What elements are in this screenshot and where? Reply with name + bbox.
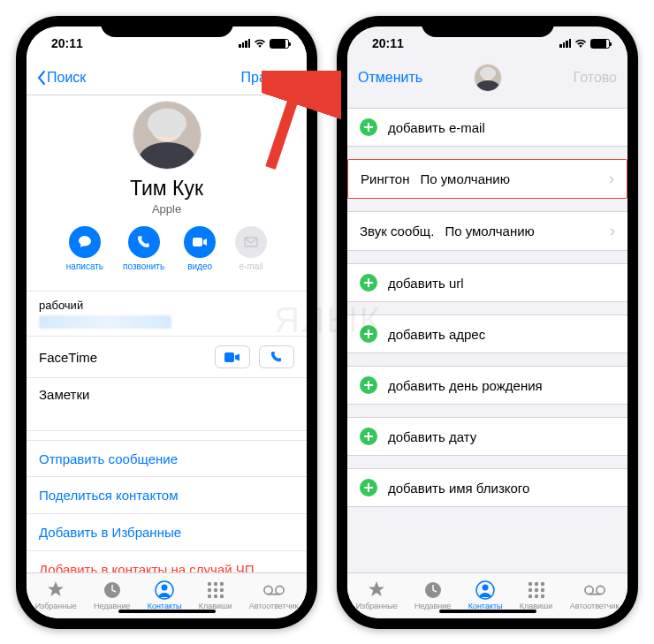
tab-favorites[interactable]: Избранные	[35, 580, 77, 610]
notes-cell[interactable]: Заметки	[27, 378, 307, 431]
voicemail-icon	[584, 580, 605, 600]
text-tone-value: По умолчанию	[445, 224, 599, 239]
svg-point-25	[528, 587, 531, 591]
add-related-row[interactable]: добавить имя близкого	[347, 469, 627, 506]
message-icon	[77, 234, 93, 250]
tab-recents[interactable]: Недавние	[94, 580, 130, 610]
cellular-icon	[559, 39, 571, 48]
edit-button[interactable]: Править	[241, 70, 296, 86]
plus-icon	[360, 428, 377, 445]
phone-icon	[270, 351, 283, 363]
svg-point-27	[540, 587, 544, 591]
tab-recents[interactable]: Недавние	[414, 580, 451, 610]
facetime-label: FaceTime	[39, 350, 97, 365]
svg-point-22	[528, 581, 531, 585]
back-button[interactable]: Поиск	[37, 70, 86, 86]
svg-point-21	[483, 584, 489, 590]
done-button[interactable]: Готово	[574, 70, 617, 86]
plus-icon	[360, 376, 377, 394]
svg-point-5	[162, 584, 168, 590]
tab-contacts[interactable]: Контакты	[468, 580, 503, 610]
contact-avatar[interactable]	[133, 101, 202, 170]
contact-company: Apple	[27, 202, 307, 216]
video-icon	[192, 237, 208, 247]
call-action[interactable]: позвонить	[123, 226, 164, 271]
tab-keypad[interactable]: Клавиши	[199, 580, 232, 610]
back-label: Поиск	[47, 70, 86, 86]
svg-point-29	[534, 594, 537, 597]
message-label: написать	[66, 261, 103, 271]
nav-bar: Поиск Править	[27, 60, 307, 95]
phone-cell[interactable]: рабочий	[27, 291, 307, 337]
plus-icon	[360, 325, 377, 343]
contact-name: Тим Кук	[27, 177, 307, 201]
svg-point-8	[219, 581, 223, 585]
chevron-left-icon	[37, 71, 45, 85]
wifi-icon	[574, 39, 587, 49]
tab-voicemail[interactable]: Автоответчик	[249, 580, 299, 610]
text-tone-row[interactable]: Звук сообщ. По умолчанию ›	[347, 212, 627, 250]
battery-icon	[270, 39, 289, 49]
svg-point-9	[207, 587, 210, 591]
message-action[interactable]: написать	[66, 226, 103, 271]
svg-point-13	[213, 594, 217, 597]
cancel-button[interactable]: Отменить	[358, 70, 422, 86]
add-address-row[interactable]: добавить адрес	[347, 315, 627, 352]
add-favorite-button[interactable]: Добавить в Избранные	[27, 514, 307, 551]
star-icon	[45, 580, 66, 600]
keypad-icon	[205, 580, 226, 600]
contact-icon	[154, 580, 175, 600]
email-label: e-mail	[240, 261, 263, 271]
text-tone-key: Звук сообщ.	[360, 224, 434, 239]
tab-keypad[interactable]: Клавиши	[520, 580, 553, 610]
svg-point-24	[540, 581, 544, 585]
svg-rect-0	[193, 238, 202, 246]
add-url-row[interactable]: добавить url	[347, 264, 627, 301]
plus-icon	[360, 479, 377, 496]
facetime-audio-button[interactable]	[259, 345, 294, 368]
phone-number-blurred	[39, 315, 171, 329]
add-emergency-button[interactable]: Добавить в контакты на случай ЧП	[27, 551, 307, 572]
star-icon	[366, 580, 387, 600]
email-icon	[244, 237, 258, 247]
svg-point-11	[219, 587, 223, 591]
tab-favorites[interactable]: Избранные	[356, 580, 398, 610]
svg-point-10	[213, 587, 217, 591]
tab-voicemail[interactable]: Автоответчик	[570, 580, 620, 610]
svg-point-7	[213, 581, 217, 585]
status-time: 20:11	[372, 36, 404, 50]
svg-rect-2	[224, 352, 234, 362]
ringtone-value: По умолчанию	[420, 171, 598, 186]
tab-contacts[interactable]: Контакты	[148, 580, 182, 610]
share-contact-button[interactable]: Поделиться контактом	[27, 477, 307, 514]
svg-point-23	[534, 581, 537, 585]
plus-icon	[360, 118, 377, 136]
clock-icon	[102, 580, 123, 600]
svg-point-26	[534, 587, 537, 591]
svg-point-15	[263, 586, 271, 594]
notch	[101, 16, 233, 37]
facetime-video-button[interactable]	[215, 345, 250, 368]
contact-avatar-small[interactable]	[474, 64, 502, 92]
phone-icon	[137, 235, 151, 249]
ringtone-row[interactable]: Рингтон По умолчанию ›	[348, 160, 627, 198]
svg-point-12	[207, 594, 210, 597]
keypad-icon	[526, 580, 547, 600]
voicemail-icon	[263, 580, 285, 600]
cellular-icon	[239, 39, 250, 48]
svg-point-32	[596, 586, 604, 594]
add-date-row[interactable]: добавить дату	[347, 418, 627, 455]
video-action[interactable]: видео	[184, 226, 216, 271]
notch	[422, 16, 554, 37]
phone-right: 20:11 Отменить Готово добавить e-mail	[337, 16, 638, 629]
clock-icon	[422, 580, 444, 600]
battery-icon	[590, 39, 610, 49]
call-label: позвонить	[123, 261, 164, 271]
home-indicator	[118, 610, 216, 613]
svg-point-6	[207, 581, 210, 585]
send-message-button[interactable]: Отправить сообщение	[27, 440, 307, 477]
add-email-row[interactable]: добавить e-mail	[347, 109, 627, 146]
contact-icon	[475, 580, 496, 600]
home-indicator	[439, 610, 536, 613]
add-birthday-row[interactable]: добавить день рождения	[347, 367, 627, 404]
